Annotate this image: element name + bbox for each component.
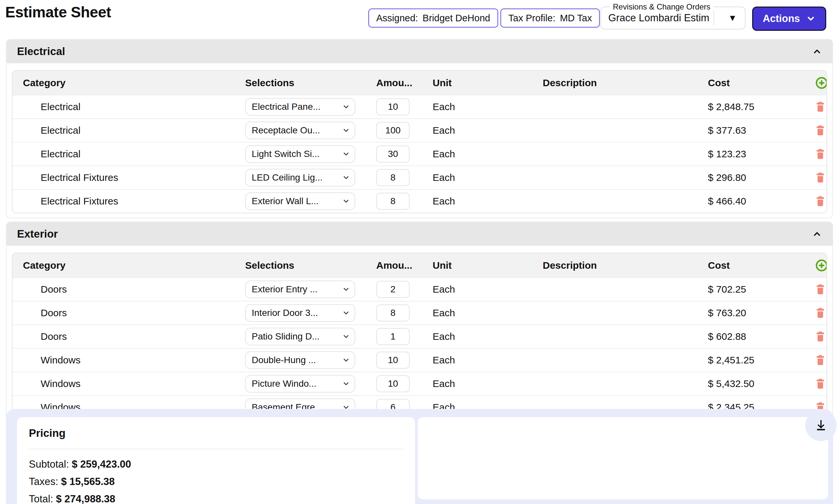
dropdown-caret-icon[interactable]: ▼ [721, 7, 744, 29]
selection-dropdown-value: Double-Hung ... [252, 355, 316, 365]
unit-cell: Each [433, 331, 543, 342]
cost-cell: $ 2,451.25 [708, 355, 815, 366]
amount-input[interactable] [376, 98, 410, 115]
delete-row-button[interactable] [815, 329, 826, 344]
column-header-amount: Amou... [376, 77, 433, 89]
category-cell: Doors [13, 331, 245, 342]
total-label: Total: [29, 493, 53, 504]
section-table: Category Selections Amou... Unit Descrip… [12, 253, 827, 419]
delete-row-button[interactable] [815, 306, 826, 320]
add-row-button[interactable] [815, 258, 827, 272]
assigned-label: Assigned: [376, 13, 418, 23]
section: Electrical Category Selections Amou... U… [6, 39, 833, 218]
unit-cell: Each [433, 101, 543, 112]
pricing-card: Pricing Subtotal: $ 259,423.00 Taxes: $ … [17, 417, 415, 504]
amount-input[interactable] [376, 145, 410, 163]
pricing-title: Pricing [29, 427, 403, 439]
selection-dropdown-value: LED Ceiling Lig... [252, 173, 322, 183]
revisions-select[interactable]: Revisions & Change Orders Grace Lombardi… [601, 6, 746, 30]
selection-dropdown[interactable]: Interior Door 3... [245, 304, 355, 322]
table-body: Electrical Electrical Pane... Each $ 2,8… [13, 95, 826, 213]
table-row: Windows Double-Hung ... Each $ 2,451.25 [13, 348, 826, 372]
category-cell: Windows [13, 355, 245, 366]
chevron-up-icon [812, 47, 822, 56]
delete-row-button[interactable] [815, 377, 826, 391]
chevron-down-icon [342, 103, 350, 111]
delete-row-button[interactable] [815, 194, 826, 209]
column-header-unit: Unit [433, 77, 543, 89]
amount-input[interactable] [376, 328, 410, 345]
column-header-cost: Cost [708, 260, 815, 271]
cost-cell: $ 763.20 [708, 307, 815, 319]
tax-profile-chip[interactable]: Tax Profile: MD Tax [500, 8, 600, 28]
unit-cell: Each [433, 172, 543, 183]
amount-input[interactable] [376, 375, 410, 392]
category-cell: Doors [13, 284, 245, 295]
selection-dropdown-value: Exterior Wall L... [252, 196, 319, 206]
selection-dropdown[interactable]: Patio Sliding D... [245, 328, 355, 345]
amount-input[interactable] [376, 281, 410, 298]
selection-dropdown[interactable]: LED Ceiling Lig... [245, 169, 355, 186]
collapse-section-button[interactable] [811, 228, 823, 240]
selection-dropdown[interactable]: Exterior Entry ... [245, 281, 355, 298]
amount-input[interactable] [376, 169, 410, 186]
unit-cell: Each [433, 355, 543, 366]
category-cell: Electrical Fixtures [13, 196, 245, 207]
taxes-line: Taxes: $ 15,565.38 [29, 476, 403, 488]
selection-dropdown[interactable]: Exterior Wall L... [245, 192, 355, 210]
selection-dropdown-value: Picture Windo... [252, 378, 317, 389]
cost-cell: $ 296.80 [708, 172, 815, 183]
trash-icon [815, 170, 826, 185]
trash-icon [815, 100, 826, 114]
add-row-button[interactable] [815, 76, 827, 90]
divider [29, 449, 403, 449]
amount-input[interactable] [376, 122, 410, 139]
delete-row-button[interactable] [815, 353, 826, 367]
subtotal-value: $ 259,423.00 [72, 458, 131, 470]
selection-dropdown[interactable]: Light Switch Si... [245, 145, 355, 163]
amount-input[interactable] [376, 304, 410, 322]
section-title: Exterior [17, 228, 58, 240]
download-icon [814, 418, 828, 433]
cost-cell: $ 123.23 [708, 148, 815, 160]
subtotal-label: Subtotal: [29, 458, 69, 470]
chevron-down-icon [342, 332, 350, 341]
download-button[interactable] [814, 418, 828, 433]
cost-cell: $ 702.25 [708, 284, 815, 295]
selection-dropdown[interactable]: Electrical Pane... [245, 98, 355, 116]
cost-cell: $ 5,432.50 [708, 378, 815, 389]
selection-dropdown[interactable]: Double-Hung ... [245, 351, 355, 369]
delete-row-button[interactable] [815, 282, 826, 296]
amount-input[interactable] [376, 193, 410, 210]
selection-dropdown[interactable]: Picture Windo... [245, 375, 355, 393]
chevron-down-icon [342, 126, 350, 134]
delete-row-button[interactable] [815, 100, 826, 114]
circle-plus-icon [815, 258, 827, 272]
assigned-chip[interactable]: Assigned: Bridget DeHond [368, 8, 498, 28]
chevron-up-icon [812, 229, 822, 239]
circle-plus-icon [815, 76, 827, 90]
table-row: Electrical Receptacle Ou... Each $ 377.6… [13, 118, 826, 142]
estimate-sheet-page: { "header": { "title": "Estimate Sheet",… [0, 0, 839, 504]
actions-button[interactable]: Actions [752, 6, 826, 31]
trash-icon [815, 306, 826, 320]
chevron-down-icon [342, 150, 350, 158]
chevron-down-icon [342, 197, 350, 205]
collapse-section-button[interactable] [811, 45, 823, 58]
trash-icon [815, 282, 826, 296]
column-header-description: Description [543, 77, 708, 89]
column-header-category: Category [13, 260, 245, 271]
selection-dropdown[interactable]: Receptacle Ou... [245, 122, 355, 139]
delete-row-button[interactable] [815, 123, 826, 138]
delete-row-button[interactable] [815, 170, 826, 185]
category-cell: Electrical [13, 101, 245, 112]
column-header-description: Description [543, 260, 708, 271]
section-title: Electrical [17, 45, 65, 58]
selection-dropdown-value: Electrical Pane... [252, 102, 321, 112]
selection-dropdown-value: Light Switch Si... [252, 149, 320, 159]
cost-cell: $ 602.88 [708, 331, 815, 342]
table-row: Windows Picture Windo... Each $ 5,432.50 [13, 372, 826, 395]
table-row: Doors Interior Door 3... Each $ 763.20 [13, 301, 826, 324]
delete-row-button[interactable] [815, 147, 826, 161]
amount-input[interactable] [376, 352, 410, 369]
